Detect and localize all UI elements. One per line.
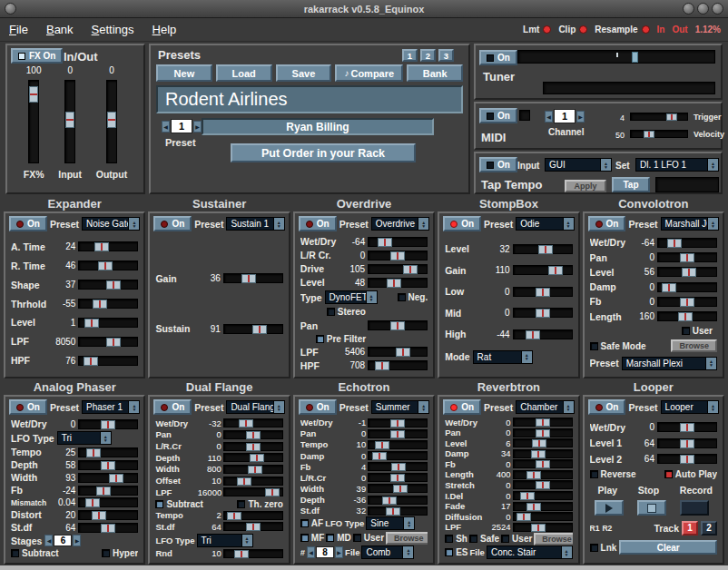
slider-handle[interactable] [106, 280, 121, 290]
spinner-left-arrow-icon[interactable]: ◀ [307, 546, 315, 558]
slider[interactable] [223, 465, 283, 474]
tap-tempo-on-button[interactable]: On [479, 157, 517, 172]
slider-handle[interactable] [526, 330, 540, 339]
browse-button[interactable]: Browse [671, 339, 717, 352]
slider-handle[interactable] [390, 419, 405, 428]
slider[interactable] [513, 459, 573, 468]
slider-handle[interactable] [92, 511, 106, 520]
slider-handle[interactable] [101, 524, 115, 533]
slider[interactable] [513, 308, 573, 318]
slider[interactable] [368, 418, 428, 428]
bank-slot-1[interactable]: 1 [402, 49, 418, 62]
slider[interactable] [368, 473, 428, 482]
slider-handle[interactable] [662, 283, 676, 292]
preset-choice[interactable]: Noise Gate [82, 217, 140, 231]
slider[interactable] [513, 418, 573, 427]
minimize-button[interactable] [683, 3, 694, 15]
slider[interactable] [513, 438, 573, 447]
new-button[interactable]: New [156, 64, 212, 82]
compare-button[interactable]: ♪Compare [335, 64, 403, 82]
slider-handle[interactable] [372, 452, 387, 460]
slider[interactable] [78, 523, 138, 533]
analog-phaser-on-button[interactable]: On [9, 399, 47, 415]
slider-handle[interactable] [680, 455, 694, 464]
slider[interactable] [513, 480, 573, 489]
slider[interactable] [78, 280, 138, 290]
checkbox-user[interactable]: User [501, 534, 532, 544]
slider[interactable] [223, 324, 283, 334]
bank-slot-3[interactable]: 3 [438, 49, 454, 62]
checkbox-safe[interactable]: Safe [469, 534, 499, 544]
slider[interactable] [368, 278, 428, 288]
preset-author-field[interactable]: Ryan Billing [202, 118, 434, 135]
slider[interactable] [513, 449, 573, 458]
apply-button[interactable]: Apply [565, 180, 606, 192]
bank-slot-2[interactable]: 2 [420, 49, 436, 62]
slider-handle[interactable] [667, 239, 682, 248]
slider[interactable] [223, 487, 283, 496]
choice-comb[interactable]: Comb [361, 545, 414, 559]
slider[interactable] [657, 311, 717, 321]
slider-handle[interactable] [93, 300, 107, 309]
spinner-left-arrow-icon[interactable]: ◀ [545, 111, 553, 123]
checkbox-sh[interactable]: Sh [445, 534, 467, 544]
slider-handle[interactable] [250, 454, 264, 462]
menu-bank[interactable]: Bank [37, 23, 83, 36]
slider[interactable] [78, 337, 138, 347]
checkbox-lnk[interactable]: Lnk [590, 543, 617, 553]
preset-choice[interactable]: Sustain 1 [226, 217, 284, 231]
preset-choice[interactable]: Phaser 1 [82, 400, 140, 414]
slider[interactable] [368, 506, 428, 516]
slider[interactable] [657, 422, 717, 432]
overdrive-on-button[interactable]: On [299, 216, 337, 231]
choice-tri[interactable]: Tri [57, 431, 112, 445]
slider[interactable] [657, 438, 717, 448]
slider[interactable] [78, 486, 138, 496]
slider[interactable] [78, 241, 138, 251]
midi-on-button[interactable]: On [479, 108, 517, 123]
spinner-right-arrow-icon[interactable]: ▶ [576, 111, 585, 123]
slider-handle[interactable] [536, 309, 550, 318]
choice-tri[interactable]: Tri [197, 534, 253, 547]
slider[interactable] [513, 244, 573, 254]
trigger-slider[interactable] [630, 113, 688, 121]
slider-handle[interactable] [96, 486, 111, 496]
slider[interactable] [223, 418, 283, 428]
checkbox-th-zero[interactable]: Th. zero [237, 499, 282, 509]
slider-handle[interactable] [387, 279, 401, 288]
slider[interactable] [513, 265, 573, 275]
slider[interactable] [368, 440, 428, 449]
slider-handle[interactable] [682, 268, 696, 277]
slider-handle[interactable] [246, 431, 261, 439]
titlebar[interactable]: rakarrack v0.5.8_Equinox [0, 0, 728, 18]
slider[interactable] [78, 497, 138, 507]
slider-handle[interactable] [386, 507, 400, 516]
slider[interactable] [223, 430, 283, 439]
choice-marshall-plexi[interactable]: Marshall Plexi [622, 357, 717, 370]
slider[interactable] [368, 462, 428, 471]
vertical-slider[interactable] [64, 80, 75, 163]
slider[interactable] [368, 251, 428, 260]
bank-button[interactable]: Bank [407, 64, 463, 82]
slider[interactable] [368, 429, 428, 438]
slider-handle[interactable] [391, 463, 406, 471]
velocity-slider[interactable] [630, 130, 688, 138]
slider[interactable] [513, 329, 573, 339]
slider[interactable] [368, 237, 428, 247]
preset-choice[interactable]: Odie [516, 217, 574, 231]
rec-button[interactable] [680, 500, 709, 516]
slider-handle[interactable] [84, 319, 99, 328]
sustainer-on-button[interactable]: On [153, 216, 192, 231]
slider-handle[interactable] [375, 361, 389, 370]
slider-handle[interactable] [396, 348, 410, 357]
checkbox-reverse[interactable]: Reverse [590, 469, 636, 479]
slider-handle[interactable] [680, 298, 694, 307]
slider[interactable] [223, 273, 283, 283]
window-menu-icon[interactable] [5, 3, 16, 15]
checkbox-auto-play[interactable]: Auto Play [664, 469, 717, 479]
slider-handle[interactable] [29, 86, 38, 103]
checkbox-neg[interactable]: Neg. [398, 292, 428, 302]
slider[interactable] [223, 511, 283, 520]
slider-handle[interactable] [65, 112, 74, 128]
checkbox-es[interactable]: ES [445, 547, 467, 557]
